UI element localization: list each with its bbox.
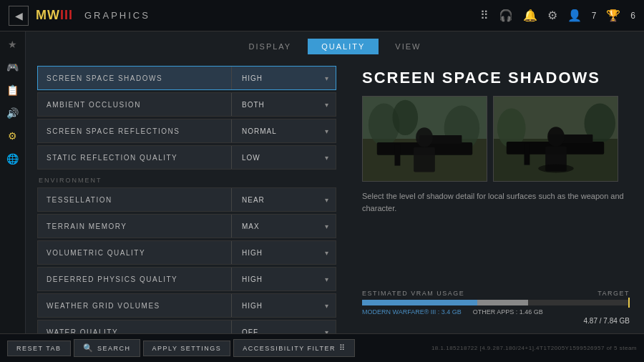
chevron-down-icon-4: ▾ — [318, 196, 336, 204]
sidebar-graphics-icon[interactable]: ⚙ — [8, 130, 17, 142]
setting-value-6: HIGH — [232, 249, 318, 257]
sidebar-list-icon[interactable]: 📋 — [6, 84, 19, 96]
vram-target-label: TARGET — [597, 290, 630, 297]
setting-name-5: TERRAIN MEMORY — [38, 222, 231, 230]
search-label: SEARCH — [97, 345, 131, 352]
info-panel: SCREEN SPACE SHADOWS — [348, 60, 644, 333]
setting-name-1: AMBIENT OCCLUSION — [38, 101, 231, 109]
chevron-down-icon-9: ▾ — [318, 328, 336, 334]
sidebar-home-icon[interactable]: ★ — [8, 39, 17, 50]
sidebar: ★ 🎮 📋 🔊 ⚙ 🌐 — [0, 31, 26, 333]
topbar: ◀ MWIII GRAPHICS ⠿ 🎧 🔔 ⚙ 👤 7 🏆 6 — [0, 0, 644, 31]
setting-screen-space-reflections[interactable]: SCREEN SPACE REFLECTIONS NORMAL ▾ — [37, 119, 336, 143]
logo-accent: III — [60, 8, 73, 22]
player-icon: 👤 — [567, 9, 582, 22]
svg-point-8 — [416, 127, 433, 147]
setting-value-0: HIGH — [232, 74, 318, 82]
search-button[interactable]: 🔍 SEARCH — [74, 339, 140, 357]
svg-rect-7 — [394, 145, 400, 166]
topbar-left: ◀ MWIII GRAPHICS — [9, 6, 150, 26]
svg-rect-16 — [525, 144, 530, 165]
setting-name-8: WEATHER GRID VOLUMES — [38, 302, 231, 310]
chevron-down-icon-3: ▾ — [318, 154, 336, 162]
accessibility-label: ACCESSIBILITY FILTER — [243, 345, 336, 352]
search-icon: 🔍 — [83, 343, 94, 353]
vram-label: ESTIMATED VRAM USAGE — [362, 290, 464, 297]
setting-weather-grid[interactable]: WEATHER GRID VOLUMES HIGH ▾ — [37, 293, 336, 318]
page-title: GRAPHICS — [84, 10, 150, 21]
setting-name-3: STATIC REFLECTION QUALITY — [38, 154, 231, 162]
setting-name-6: VOLUMETRIC QUALITY — [38, 249, 231, 257]
notification-icon[interactable]: 🔔 — [523, 9, 537, 22]
currency-count: 6 — [630, 11, 635, 21]
setting-tessellation[interactable]: TESSELLATION NEAR ▾ — [37, 187, 336, 212]
setting-terrain-memory[interactable]: TERRAIN MEMORY MAX ▾ — [37, 214, 336, 238]
setting-value-2: NORMAL — [232, 127, 318, 135]
chevron-down-icon-6: ▾ — [318, 249, 336, 257]
reset-tab-button[interactable]: RESET TAB — [7, 341, 71, 356]
vram-labels: MODERN WARFARE® III : 3.4 GB OTHER APPS … — [362, 308, 630, 315]
setting-ambient-occlusion[interactable]: AMBIENT OCCLUSION BOTH ▾ — [37, 92, 336, 117]
grid-icon: ⠿ — [339, 343, 346, 353]
preview-image-inner-1 — [363, 97, 487, 181]
vram-bar-container — [362, 300, 630, 305]
chevron-down-icon-1: ▾ — [318, 101, 336, 109]
preview-image-2 — [493, 96, 618, 182]
preview-image-inner-2 — [494, 97, 618, 181]
preview-svg-2 — [494, 96, 618, 182]
content-area: SCREEN SPACE SHADOWS HIGH ▾ AMBIENT OCCL… — [26, 60, 644, 333]
tabs-container: DISPLAY QUALITY VIEW — [26, 31, 644, 60]
setting-name-9: WATER QUALITY — [38, 328, 231, 334]
chevron-down-icon-8: ▾ — [318, 302, 336, 310]
system-info: 18.1.185218722 [4.9.287.180/24+1].4T1T20… — [431, 345, 637, 351]
accessibility-filter-button[interactable]: ACCESSIBILITY FILTER ⠿ — [233, 339, 355, 357]
chevron-down-icon-5: ▾ — [318, 222, 336, 230]
sidebar-audio-icon[interactable]: 🔊 — [6, 107, 19, 119]
vram-bar-mw — [362, 300, 477, 305]
sidebar-network-icon[interactable]: 🌐 — [6, 153, 19, 165]
bottombar: RESET TAB 🔍 SEARCH APPLY SETTINGS ACCESS… — [0, 333, 644, 362]
vram-unit: GB — [620, 317, 630, 325]
settings-panel: SCREEN SPACE SHADOWS HIGH ▾ AMBIENT OCCL… — [26, 60, 348, 333]
info-description: Select the level of shadow detail for lo… — [362, 190, 630, 214]
setting-value-8: HIGH — [232, 302, 318, 310]
main-content: DISPLAY QUALITY VIEW SCREEN SPACE SHADOW… — [26, 31, 644, 333]
setting-volumetric-quality[interactable]: VOLUMETRIC QUALITY HIGH ▾ — [37, 240, 336, 265]
preview-images — [362, 96, 630, 182]
info-title: SCREEN SPACE SHADOWS — [362, 69, 630, 87]
player-count: 7 — [592, 11, 597, 21]
tab-quality[interactable]: QUALITY — [308, 39, 379, 54]
preview-svg-1 — [363, 96, 487, 182]
svg-point-19 — [538, 165, 573, 173]
sidebar-controller-icon[interactable]: 🎮 — [6, 62, 19, 73]
setting-name-7: DEFERRED PHYSICS QUALITY — [38, 275, 231, 283]
chevron-down-icon-7: ▾ — [318, 275, 336, 283]
preview-image-1 — [362, 96, 487, 182]
setting-name-0: SCREEN SPACE SHADOWS — [38, 74, 231, 82]
vram-other-label: OTHER APPS : 1.46 GB — [473, 308, 543, 315]
setting-value-7: HIGH — [232, 275, 318, 283]
tab-view[interactable]: VIEW — [381, 39, 434, 54]
apply-label: APPLY SETTINGS — [152, 345, 222, 352]
apply-settings-button[interactable]: APPLY SETTINGS — [143, 341, 231, 356]
setting-deferred-physics[interactable]: DEFERRED PHYSICS QUALITY HIGH ▾ — [37, 267, 336, 291]
topbar-right: ⠿ 🎧 🔔 ⚙ 👤 7 🏆 6 — [480, 9, 635, 22]
vram-current: 4.87 — [583, 317, 597, 325]
settings-icon[interactable]: ⚙ — [547, 9, 557, 22]
setting-name-2: SCREEN SPACE REFLECTIONS — [38, 127, 231, 135]
setting-value-9: OFF — [232, 328, 318, 334]
vram-header: ESTIMATED VRAM USAGE TARGET — [362, 290, 630, 297]
headset-icon[interactable]: 🎧 — [499, 9, 513, 22]
setting-screen-space-shadows[interactable]: SCREEN SPACE SHADOWS HIGH ▾ — [37, 66, 336, 90]
grid-icon[interactable]: ⠿ — [480, 9, 489, 22]
setting-value-1: BOTH — [232, 101, 318, 109]
tab-display[interactable]: DISPLAY — [235, 39, 306, 54]
currency-icon: 🏆 — [606, 9, 620, 22]
setting-value-3: LOW — [232, 154, 318, 162]
svg-rect-9 — [414, 147, 435, 172]
back-button[interactable]: ◀ — [9, 6, 29, 26]
vram-numbers: 4.87 / 7.84 GB — [362, 317, 630, 325]
vram-bar-target — [628, 298, 630, 308]
setting-static-reflection[interactable]: STATIC REFLECTION QUALITY LOW ▾ — [37, 145, 336, 170]
setting-water-quality[interactable]: WATER QUALITY OFF ▾ — [37, 320, 336, 333]
